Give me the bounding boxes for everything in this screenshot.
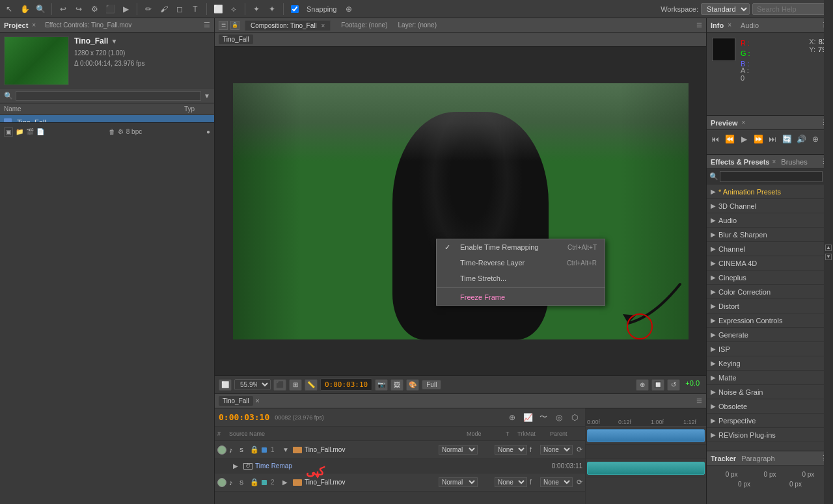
- select-tool-icon[interactable]: ↖: [3, 3, 16, 16]
- viewer-tab-comp[interactable]: Composition: Tino_Fall ×: [245, 20, 331, 31]
- delete-icon[interactable]: 🗑: [109, 128, 115, 135]
- effect-controls-tab[interactable]: Effect Controls: Tino_Fall.mov: [45, 21, 131, 29]
- viewer-lock[interactable]: 🔒: [230, 21, 239, 30]
- overlay-icon[interactable]: 🔲: [651, 379, 664, 391]
- paragraph-tab[interactable]: Paragraph: [741, 455, 774, 462]
- preview-icon[interactable]: ▶: [119, 3, 132, 16]
- quality-label[interactable]: Full: [422, 380, 441, 390]
- prev-quality-icon[interactable]: ⊕: [810, 134, 821, 144]
- type-tool-icon[interactable]: T: [189, 3, 202, 16]
- ctx-freeze-frame[interactable]: Freeze Frame: [437, 289, 605, 305]
- toggle-icon[interactable]: ▣: [4, 127, 13, 137]
- effects-cat-animation-presets[interactable]: ▶ * Animation Presets: [707, 185, 833, 199]
- clip-2[interactable]: [587, 462, 705, 475]
- ctx-time-reverse[interactable]: Time-Reverse Layer Ctrl+Alt+R: [437, 255, 605, 271]
- effects-cat-obsolete[interactable]: ▶ Obsolete: [707, 399, 833, 414]
- tl-parent-pick-1[interactable]: ⟳: [577, 445, 582, 454]
- prev-back-icon[interactable]: ⏪: [724, 134, 735, 144]
- eraser-icon[interactable]: ◻: [173, 3, 186, 16]
- brushes-tab[interactable]: Brushes: [781, 158, 807, 166]
- effects-cat-noise-grain[interactable]: ▶ Noise & Grain: [707, 385, 833, 399]
- viewer-toggle[interactable]: ☰: [219, 21, 228, 30]
- render-icon[interactable]: ⬛: [103, 3, 116, 16]
- tl-solo-2[interactable]: S: [239, 479, 247, 486]
- snapping-checkbox[interactable]: [291, 5, 299, 13]
- effects-cat-cineplus[interactable]: ▶ Cineplus: [707, 271, 833, 285]
- tl-parent-select-1[interactable]: None: [540, 445, 573, 455]
- viewer-menu[interactable]: ☰: [696, 21, 702, 29]
- effects-cat-perspective[interactable]: ▶ Perspective: [707, 414, 833, 428]
- settings-icon[interactable]: ⚙: [88, 3, 101, 16]
- hand-tool-icon[interactable]: ✋: [18, 3, 31, 16]
- tracker-tab[interactable]: Tracker: [711, 455, 736, 462]
- project-search-dropdown[interactable]: ▼: [204, 92, 210, 99]
- info-panel-close[interactable]: ×: [728, 21, 731, 29]
- tl-snap-icon[interactable]: ⊕: [506, 412, 519, 423]
- timeline-timecode[interactable]: 0:00:03:10: [219, 412, 269, 422]
- effects-cat-3d-channel[interactable]: ▶ 3D Channel: [707, 199, 833, 213]
- tl-graph-icon[interactable]: 📈: [521, 412, 534, 423]
- project-search-input[interactable]: [16, 91, 201, 101]
- tl-layer-2[interactable]: ♪ S 🔒 2 ▶ Tino_Fall.mov Normal: [215, 473, 585, 492]
- viewer-timecode[interactable]: 0:00:03:10: [320, 378, 372, 391]
- folder-icon[interactable]: 📁: [16, 128, 23, 135]
- ctx-enable-time-remapping[interactable]: ✓ Enable Time Remapping Ctrl+Alt+T: [437, 239, 605, 255]
- shape-tool-icon[interactable]: ⬜: [212, 3, 225, 16]
- footage-dropdown-icon[interactable]: ▼: [111, 38, 117, 45]
- effects-panel-close[interactable]: ×: [772, 158, 776, 165]
- settings-sm-icon[interactable]: ⚙: [118, 128, 124, 135]
- tl-mode-select-1[interactable]: Normal: [439, 445, 478, 455]
- snapshot-icon[interactable]: 📷: [375, 379, 388, 391]
- timeline-tab-close[interactable]: ×: [256, 397, 260, 405]
- tl-layer-1[interactable]: ♪ S 🔒 1 ▼ Tino_Fall.mov Normal: [215, 441, 585, 459]
- tl-3d-icon[interactable]: ⬡: [568, 412, 581, 423]
- audio-tab[interactable]: Audio: [741, 21, 759, 29]
- effects-cat-generate[interactable]: ▶ Generate: [707, 328, 833, 342]
- show-snapshot-icon[interactable]: 🖼: [390, 379, 403, 391]
- toggle-transparency-icon[interactable]: ⬛: [273, 379, 286, 391]
- brush-tool-icon[interactable]: 🖌: [157, 3, 171, 16]
- reset-view-icon[interactable]: ↺: [667, 379, 680, 391]
- effects-cat-matte[interactable]: ▶ Matte: [707, 371, 833, 385]
- footage-new-icon[interactable]: 📄: [36, 128, 44, 135]
- tl-motion-icon[interactable]: 〜: [537, 412, 550, 423]
- tl-fx-2[interactable]: f: [530, 479, 538, 486]
- tl-mask-icon[interactable]: ◎: [553, 412, 566, 423]
- effects-cat-revision[interactable]: ▶ REVision Plug-ins: [707, 428, 833, 442]
- pen-tool-icon[interactable]: ✏: [142, 3, 155, 16]
- tl-expand-1[interactable]: ▼: [282, 446, 290, 453]
- toggle-grid-icon[interactable]: ⊞: [289, 379, 302, 391]
- effects-cat-expression-controls[interactable]: ▶ Expression Controls: [707, 313, 833, 328]
- tl-visibility-2[interactable]: [217, 478, 226, 487]
- toggle-rulers-icon[interactable]: 📏: [305, 379, 318, 391]
- tl-audio-2[interactable]: ♪: [229, 479, 237, 486]
- effects-cat-isp[interactable]: ▶ ISP: [707, 342, 833, 356]
- roi-icon[interactable]: ⬜: [219, 379, 232, 391]
- effects-cat-distort[interactable]: ▶ Distort: [707, 299, 833, 313]
- tl-lock-1[interactable]: 🔒: [250, 445, 258, 454]
- project-panel-close[interactable]: ×: [32, 21, 36, 29]
- prev-last-icon[interactable]: ⏭: [767, 134, 778, 144]
- preview-panel-close[interactable]: ×: [742, 119, 746, 126]
- tl-trkmat-select-2[interactable]: None: [495, 477, 527, 487]
- tl-fx-1[interactable]: f: [530, 446, 538, 453]
- help-search-input[interactable]: [752, 3, 830, 15]
- color-icon[interactable]: ●: [206, 128, 210, 135]
- col-type-header[interactable]: Typ: [184, 105, 210, 113]
- workspace-dropdown[interactable]: Standard: [701, 3, 750, 15]
- ctx-time-stretch[interactable]: Time Stretch...: [437, 271, 605, 286]
- prev-first-icon[interactable]: ⏮: [709, 134, 721, 144]
- effects-cat-blur-sharpen[interactable]: ▶ Blur & Sharpen: [707, 228, 833, 242]
- tl-parent-select-2[interactable]: None: [540, 477, 573, 487]
- effects-cat-audio[interactable]: ▶ Audio: [707, 213, 833, 228]
- prev-audio-icon[interactable]: 🔊: [795, 134, 807, 144]
- puppet-icon[interactable]: ⟡: [227, 3, 240, 16]
- zoom-tool-icon[interactable]: 🔍: [34, 3, 47, 16]
- tl-mode-select-2[interactable]: Normal: [439, 477, 478, 487]
- prev-play-icon[interactable]: ▶: [738, 134, 750, 144]
- tl-parent-pick-2[interactable]: ⟳: [577, 478, 582, 486]
- comp-new-icon[interactable]: 🎬: [26, 128, 34, 135]
- tl-visibility-1[interactable]: [217, 445, 226, 455]
- tl-sublayer-stopwatch[interactable]: ⏱: [243, 463, 253, 470]
- tl-lock-2[interactable]: 🔒: [250, 478, 258, 486]
